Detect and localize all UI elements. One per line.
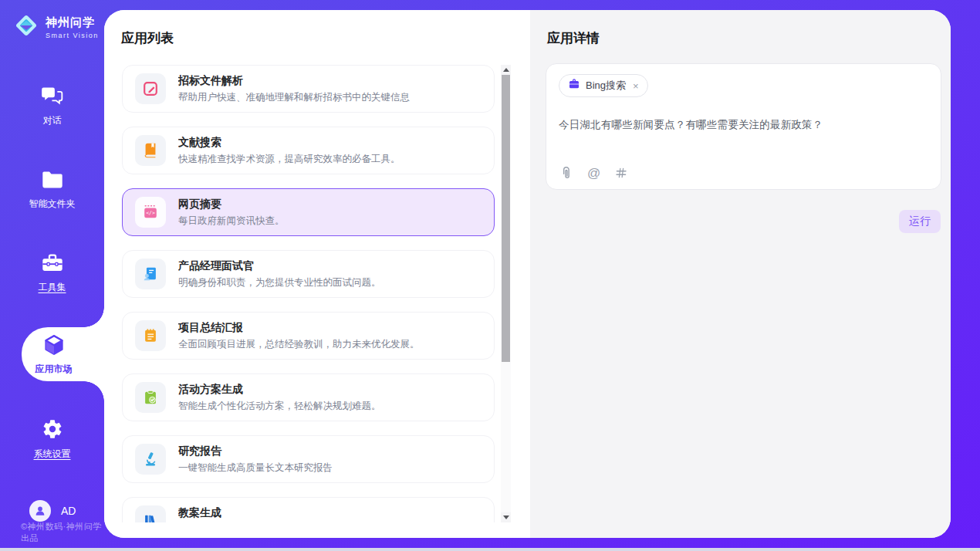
list-item-literature-search[interactable]: 文献搜索 快速精准查找学术资源，提高研究效率的必备工具。	[122, 127, 495, 174]
sidebar-item-toolset[interactable]: 工具集	[0, 252, 104, 294]
user-initials: AD	[61, 505, 76, 517]
list-item-pm-interviewer[interactable]: 产品经理面试官 明确身份和职责，为您提供专业性的面试问题。	[122, 250, 495, 298]
sidebar-item-chat[interactable]: 对话	[0, 85, 104, 127]
sidebar: 神州问学 Smart Vision 对话 智能文件夹	[0, 0, 104, 551]
bottom-edge-divider	[0, 548, 980, 551]
tool-tag-label: Bing搜索	[586, 79, 626, 93]
app-desc: 帮助用户快速、准确地理解和解析招标书中的关键信息	[178, 91, 410, 104]
chat-icon	[41, 85, 64, 110]
books-icon	[135, 505, 166, 522]
copyright-text: ©神州数码·神州问学出品	[21, 521, 104, 544]
user-account[interactable]: AD	[29, 500, 76, 522]
app-name: 产品经理面试官	[178, 259, 381, 273]
list-item-research-report[interactable]: 研究报告 一键智能生成高质量长文本研究报告	[122, 435, 495, 483]
clipboard-check-icon	[135, 382, 166, 413]
resume-icon	[135, 259, 166, 289]
list-item-bid-analysis[interactable]: 招标文件解析 帮助用户快速、准确地理解和解析招标书中的关键信息	[122, 65, 495, 113]
app-desc: 智能生成个性化活动方案，轻松解决规划难题。	[178, 400, 381, 413]
app-detail-panel: 应用详情 Bing搜索 × 今日湖北有哪些新闻要点？有哪些需要关注的最新政策？	[530, 10, 951, 538]
mention-icon[interactable]: @	[587, 167, 600, 180]
sidebar-item-label: 智能文件夹	[29, 198, 76, 211]
brand-name: 神州问学	[46, 15, 99, 30]
list-item-event-plan[interactable]: 活动方案生成 智能生成个性化活动方案，轻松解决规划难题。	[122, 374, 495, 421]
app-name: 研究报告	[178, 445, 333, 458]
app-name: 文献搜索	[178, 136, 400, 150]
brand-subtitle: Smart Vision	[46, 32, 99, 39]
app-list: 招标文件解析 帮助用户快速、准确地理解和解析招标书中的关键信息 文献搜索 快速精…	[122, 65, 495, 522]
main-content: 应用列表 招标文件解析 帮助用户快速、准确地理解和解析招标书中的关键信息	[104, 10, 951, 538]
attachment-icon[interactable]	[559, 165, 573, 181]
brand-logo: 神州问学 Smart Vision	[12, 12, 99, 42]
app-desc: 每日政府新闻资讯快查。	[178, 215, 285, 228]
scroll-up-arrow-icon[interactable]	[501, 65, 511, 75]
run-button[interactable]: 运行	[899, 210, 941, 233]
app-desc: 全面回顾项目进展，总结经验教训，助力未来优化发展。	[178, 338, 420, 351]
list-item-webpage-summary[interactable]: </> 网页摘要 每日政府新闻资讯快查。	[122, 188, 495, 236]
webpage-code-icon: </>	[135, 197, 166, 228]
list-item-project-summary[interactable]: 项目总结汇报 全面回顾项目进展，总结经验教训，助力未来优化发展。	[122, 312, 495, 360]
app-desc: 明确身份和职责，为您提供专业性的面试问题。	[178, 276, 381, 289]
hash-icon[interactable]	[614, 166, 628, 180]
sidebar-item-label: 对话	[43, 114, 62, 127]
query-text[interactable]: 今日湖北有哪些新闻要点？有哪些需要关注的最新政策？	[559, 118, 928, 132]
sidebar-item-label: 工具集	[39, 281, 66, 294]
tool-tag-bing-search[interactable]: Bing搜索 ×	[559, 74, 648, 97]
cube-icon	[42, 333, 66, 360]
microscope-icon	[135, 444, 166, 475]
app-name: 网页摘要	[178, 198, 285, 211]
app-list-panel: 应用列表 招标文件解析 帮助用户快速、准确地理解和解析招标书中的关键信息	[104, 10, 530, 538]
folder-icon	[41, 170, 64, 193]
scrollbar[interactable]	[501, 65, 511, 522]
book-icon	[135, 135, 166, 166]
gear-icon	[42, 418, 63, 443]
scrollbar-thumb[interactable]	[502, 75, 510, 362]
sidebar-item-label: 应用市场	[35, 363, 73, 376]
sidebar-item-settings[interactable]: 系统设置	[0, 418, 104, 461]
app-desc: 一键智能生成高质量长文本研究报告	[178, 461, 333, 475]
notepad-icon	[135, 320, 166, 351]
list-item-lesson-plan[interactable]: 教案生成 模板驱动，教案秒成，教学准备从此轻松快捷	[122, 497, 495, 522]
app-desc: 快速精准查找学术资源，提高研究效率的必备工具。	[178, 153, 400, 166]
toolbox-icon	[41, 252, 64, 276]
app-name: 教案生成	[178, 506, 371, 520]
diamond-logo-icon	[12, 12, 40, 42]
scroll-down-arrow-icon[interactable]	[501, 512, 511, 522]
compose-icon	[135, 73, 166, 104]
briefcase-icon	[568, 78, 580, 93]
sidebar-item-label: 系统设置	[34, 448, 71, 461]
app-name: 项目总结汇报	[178, 321, 420, 335]
avatar	[29, 500, 51, 522]
app-name: 活动方案生成	[178, 383, 381, 397]
svg-text:</>: </>	[146, 210, 155, 216]
sidebar-item-smart-folder[interactable]: 智能文件夹	[0, 170, 104, 211]
app-list-title: 应用列表	[121, 29, 530, 47]
app-detail-title: 应用详情	[547, 29, 951, 47]
sidebar-item-app-market[interactable]: 应用市场	[22, 327, 104, 381]
composer-toolbar: @	[559, 165, 628, 181]
app-name: 招标文件解析	[178, 74, 410, 88]
tool-tag-close-icon[interactable]: ×	[633, 80, 639, 92]
prompt-composer[interactable]: Bing搜索 × 今日湖北有哪些新闻要点？有哪些需要关注的最新政策？ @	[546, 63, 941, 190]
